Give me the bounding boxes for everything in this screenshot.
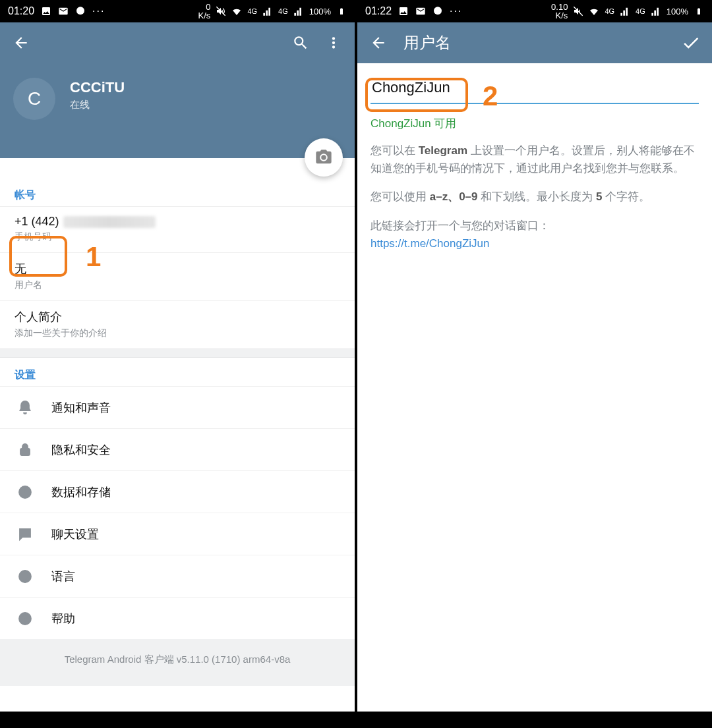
username-label: 用户名 [15,279,340,291]
username-edit-screen: 01:22 ··· 0.10 K/s 4G 4G 100% [357,0,712,722]
item-label: 数据和存储 [51,484,111,500]
confirm-button[interactable] [679,31,703,55]
status-network: 4G [247,7,257,15]
search-button[interactable] [289,31,312,55]
picture-icon [398,6,409,16]
wifi-icon [589,6,599,16]
help-text-1: 您可以在 Telegram 上设置一个用户名。设置后，别人将能够在不知道您的手机… [371,142,699,177]
username-available-text: ChongZiJun 可用 [371,116,699,131]
settings-section-title: 设置 [15,368,340,382]
lock-icon [15,442,36,458]
battery-icon [694,6,704,16]
mail-icon [415,6,426,16]
signal-icon-2 [651,6,661,16]
status-bar: 01:22 ··· 0.10 K/s 4G 4G 100% [357,0,712,22]
back-button[interactable] [9,31,33,55]
status-network-2: 4G [636,7,645,15]
profile-header: C CCCiTU 在线 [0,63,355,158]
item-label: 帮助 [51,611,75,627]
menu-button[interactable] [322,31,345,55]
account-section-title: 帐号 [15,188,340,202]
battery-icon [336,6,347,16]
more-icon: ··· [450,5,462,17]
globe-icon [15,569,36,584]
settings-chat[interactable]: 聊天设置 [0,513,355,555]
phone-prefix: +1 (442) [15,215,59,228]
status-network-2: 4G [278,7,288,15]
profile-name: CCCiTU [70,79,125,96]
settings-notifications[interactable]: 通知和声音 [0,386,355,428]
status-bar: 01:20 ··· 0 K/s 4G 4G 100% [0,0,355,22]
avatar[interactable]: C [13,78,55,120]
help-text-2: 您可以使用 a–z、0–9 和下划线。最小长度为 5 个字符。 [371,188,699,206]
status-time: 01:22 [365,5,392,17]
chat-icon [15,526,36,542]
item-label: 隐私和安全 [51,442,111,458]
mute-icon [216,6,226,16]
toolbar: 用户名 [357,22,712,63]
status-time: 01:20 [8,5,34,17]
status-speed: 0.10 K/s [551,3,568,20]
toolbar [0,22,355,63]
back-button[interactable] [367,31,390,55]
hangouts-icon [75,6,86,16]
phone-label: 手机号码 [15,231,340,243]
hangouts-icon [432,6,443,16]
wifi-icon [231,6,242,16]
username-input-wrap [371,75,699,104]
signal-icon-2 [293,6,304,16]
item-label: 聊天设置 [51,526,99,542]
svg-point-5 [24,621,26,623]
signal-icon [262,6,273,16]
svg-point-0 [76,7,84,14]
settings-screen: 01:20 ··· 0 K/s 4G 4G 100% [0,0,355,722]
android-navbar [0,712,355,722]
signal-icon [620,6,630,16]
data-icon [15,484,36,500]
help-icon [15,611,36,627]
settings-privacy[interactable]: 隐私和安全 [0,428,355,470]
toolbar-title: 用户名 [403,32,451,53]
settings-help[interactable]: 帮助 [0,597,355,639]
item-label: 通知和声音 [51,400,111,416]
svg-rect-1 [20,449,30,455]
bio-label: 添加一些关于你的介绍 [15,327,340,339]
svg-point-6 [434,7,442,14]
phone-row[interactable]: +1 (442) 手机号码 [0,206,355,252]
username-row[interactable]: 无 用户名 [0,252,355,300]
phone-redacted [63,216,156,228]
mute-icon [573,6,583,16]
picture-icon [41,6,51,16]
bio-row[interactable]: 个人简介 添加一些关于你的介绍 [0,300,355,349]
more-icon: ··· [92,5,105,17]
status-battery-text: 100% [667,7,688,16]
settings-data[interactable]: 数据和存储 [0,470,355,513]
profile-status: 在线 [70,99,125,111]
camera-icon [314,148,333,167]
username-input[interactable] [372,79,697,96]
bell-icon [15,400,36,416]
app-version-footer: Telegram Android 客户端 v5.11.0 (1710) arm6… [0,639,355,686]
username-value: 无 [15,261,340,277]
item-label: 语言 [51,569,75,584]
status-battery-text: 100% [309,7,331,16]
status-network: 4G [605,7,614,15]
bio-value: 个人简介 [15,309,340,325]
settings-language[interactable]: 语言 [0,555,355,597]
status-speed: 0 K/s [198,3,211,20]
help-text-3: 此链接会打开一个与您的对话窗口： [371,217,699,235]
username-link[interactable]: https://t.me/ChongZiJun [371,237,489,250]
android-navbar [357,712,712,722]
change-photo-button[interactable] [305,138,343,177]
mail-icon [58,6,69,16]
